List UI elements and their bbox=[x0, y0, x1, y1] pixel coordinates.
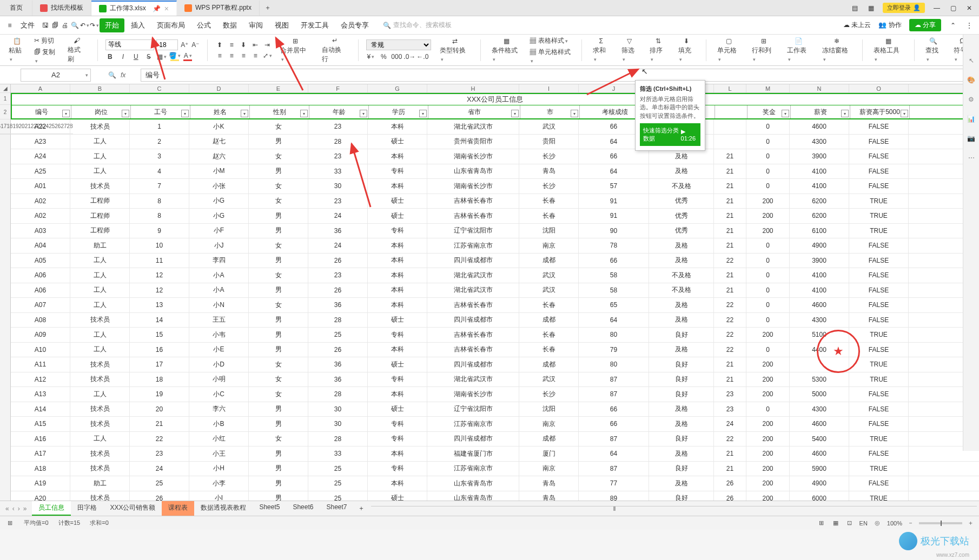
tbltool-button[interactable]: 表格工具 bbox=[874, 46, 903, 63]
cell[interactable]: 专科 bbox=[368, 462, 427, 476]
cell[interactable]: 77 bbox=[579, 476, 649, 491]
cell[interactable]: 200 bbox=[746, 209, 790, 223]
cell[interactable]: 赵七 bbox=[189, 135, 249, 149]
cell[interactable]: 沈阳 bbox=[519, 224, 579, 238]
cell[interactable]: 23 bbox=[308, 119, 368, 134]
cell[interactable]: 5400 bbox=[790, 432, 849, 446]
zoom-out[interactable]: － bbox=[908, 519, 914, 527]
cell[interactable]: 21 bbox=[714, 372, 746, 387]
sheet-tab[interactable]: Sheet5 bbox=[253, 501, 286, 516]
sheet-tab[interactable]: Sheet7 bbox=[320, 501, 353, 516]
cell[interactable]: 200 bbox=[746, 432, 790, 446]
close-window-icon[interactable]: ✕ bbox=[965, 4, 974, 12]
cell[interactable]: 4300 bbox=[790, 313, 849, 328]
saveas-icon[interactable]: 🗐 bbox=[51, 21, 59, 30]
cell[interactable]: 22 bbox=[714, 313, 746, 328]
convert-icon[interactable]: ⇄ bbox=[452, 37, 458, 45]
cell[interactable]: 辽宁省沈阳市 bbox=[427, 402, 519, 417]
cell[interactable]: A14 bbox=[11, 402, 70, 417]
side-camera-icon[interactable]: 📷 bbox=[967, 134, 976, 143]
cell[interactable]: 200 bbox=[746, 476, 790, 491]
menu-insert[interactable]: 插入 bbox=[125, 18, 150, 32]
cell[interactable]: 36 bbox=[308, 224, 368, 238]
table-header-cell[interactable]: 奖金▾ bbox=[748, 105, 791, 118]
sheet-tab[interactable]: 课程表 bbox=[162, 501, 194, 516]
align-center-icon[interactable]: ≡ bbox=[227, 51, 236, 60]
cell[interactable]: 200 bbox=[746, 357, 790, 372]
cell[interactable]: 工人 bbox=[70, 343, 130, 357]
cell[interactable]: A25 bbox=[11, 164, 70, 179]
cell[interactable]: 0 bbox=[746, 254, 790, 268]
cell[interactable]: 及格 bbox=[649, 446, 714, 461]
cell[interactable]: 及格 bbox=[649, 313, 714, 328]
cell[interactable]: 四川省成都市 bbox=[427, 313, 519, 328]
zoom-slider[interactable] bbox=[919, 522, 962, 524]
cell[interactable]: 南京 bbox=[519, 417, 579, 431]
cell[interactable]: 四川省成都市 bbox=[427, 254, 519, 268]
cell[interactable]: 女 bbox=[249, 149, 308, 164]
sheet-tab[interactable]: 田字格 bbox=[71, 501, 103, 516]
cell[interactable]: 男 bbox=[249, 343, 308, 357]
table-header-cell[interactable]: 编号▾ bbox=[12, 105, 71, 118]
find-button[interactable]: 查找 bbox=[925, 46, 942, 63]
cell[interactable]: 小B bbox=[189, 417, 249, 431]
cell[interactable]: 87 bbox=[579, 432, 649, 446]
side-more-icon[interactable]: ⋯ bbox=[967, 154, 976, 162]
view-page-icon[interactable]: ▦ bbox=[831, 519, 840, 528]
cell[interactable]: 及格 bbox=[649, 149, 714, 164]
cell[interactable]: FALSE bbox=[849, 119, 909, 134]
table-header-cell[interactable]: 薪资▾ bbox=[791, 105, 850, 118]
cell[interactable]: 25 bbox=[308, 476, 368, 491]
cell[interactable]: 本科 bbox=[368, 387, 427, 402]
menu-member[interactable]: 会员专享 bbox=[335, 18, 374, 32]
cell[interactable]: 30 bbox=[308, 417, 368, 431]
cell[interactable]: A15 bbox=[11, 417, 70, 431]
cell[interactable]: FALSE bbox=[849, 254, 909, 268]
cell[interactable]: 工程师 bbox=[70, 194, 130, 209]
table-header-cell[interactable]: 薪资高于5000▾ bbox=[850, 105, 910, 118]
filter-dropdown-icon[interactable]: ▾ bbox=[62, 110, 70, 117]
cell[interactable]: 本科 bbox=[368, 149, 427, 164]
cell[interactable]: 58 bbox=[579, 283, 649, 298]
col-header[interactable]: F bbox=[308, 84, 368, 92]
menu-review[interactable]: 审阅 bbox=[243, 18, 268, 32]
convert-button[interactable]: 类型转换 bbox=[440, 46, 469, 63]
table-header-cell[interactable]: 年龄▾ bbox=[309, 105, 369, 118]
cell[interactable]: 小A bbox=[189, 268, 249, 283]
menu-start[interactable]: 开始 bbox=[100, 18, 124, 32]
align-bot-icon[interactable]: ⬇ bbox=[239, 41, 248, 49]
cell[interactable]: 小G bbox=[189, 209, 249, 223]
cell[interactable]: 57 bbox=[579, 179, 649, 194]
row-header[interactable]: 2 bbox=[0, 105, 10, 119]
cell[interactable]: 福建省厦门市 bbox=[427, 446, 519, 461]
cell[interactable]: 武汉 bbox=[519, 372, 579, 387]
cell[interactable]: 28 bbox=[308, 432, 368, 446]
col-header[interactable]: A bbox=[11, 84, 70, 92]
cell[interactable]: 200 bbox=[746, 446, 790, 461]
filter-dropdown-icon[interactable]: ▾ bbox=[841, 110, 849, 117]
cell[interactable]: 湖南省长沙市 bbox=[427, 149, 519, 164]
cell[interactable]: 本科 bbox=[368, 283, 427, 298]
row-header[interactable]: 1 bbox=[0, 93, 10, 105]
cell[interactable]: 及格 bbox=[649, 298, 714, 312]
cell[interactable]: 专科 bbox=[368, 417, 427, 431]
cell[interactable]: 25 bbox=[308, 491, 368, 501]
cell[interactable]: 6000 bbox=[790, 491, 849, 501]
cell[interactable]: 吉林省长春市 bbox=[427, 194, 519, 209]
brush-icon[interactable]: 🖌 bbox=[74, 37, 80, 44]
cell[interactable]: 3900 bbox=[790, 149, 849, 164]
rowcol-icon[interactable]: ⊞ bbox=[761, 37, 766, 45]
cell[interactable]: 湖南省长沙市 bbox=[427, 387, 519, 402]
cell[interactable]: 23 bbox=[714, 387, 746, 402]
cell[interactable]: 18 bbox=[130, 372, 189, 387]
cell[interactable]: 25 bbox=[130, 476, 189, 491]
cell[interactable]: 山东省青岛市 bbox=[427, 476, 519, 491]
cell[interactable]: A22 bbox=[11, 119, 70, 134]
cell[interactable]: 本科 bbox=[368, 298, 427, 312]
sheet-button[interactable]: 工作表 bbox=[787, 46, 810, 63]
table-header-cell[interactable]: 姓名▾ bbox=[190, 105, 250, 118]
cell[interactable]: A02 bbox=[11, 209, 70, 223]
cell[interactable]: 26 bbox=[308, 343, 368, 357]
cell[interactable]: 良好 bbox=[649, 357, 714, 372]
cell[interactable]: 男 bbox=[249, 417, 308, 431]
